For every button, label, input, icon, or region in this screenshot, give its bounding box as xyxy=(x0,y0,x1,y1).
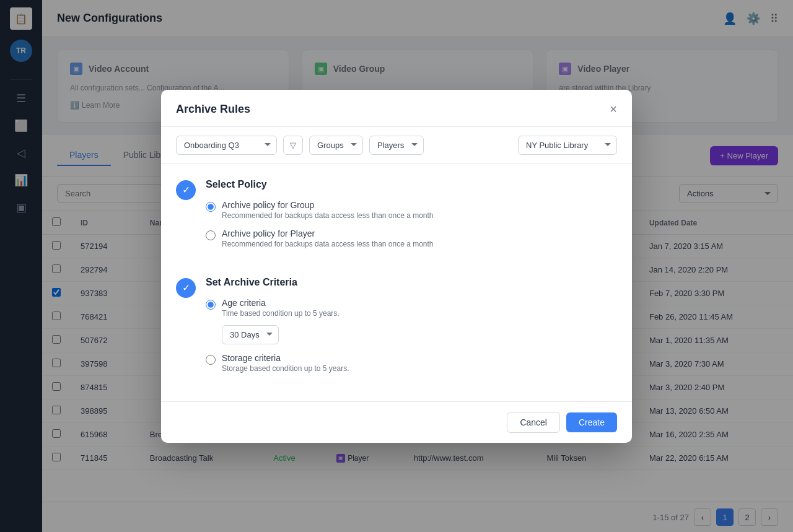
modal-close-button[interactable]: × xyxy=(610,102,617,116)
check-icon-2: ✓ xyxy=(182,282,190,294)
modal-footer: Cancel Create xyxy=(161,401,632,443)
radio-policy-player[interactable] xyxy=(206,230,216,240)
create-button[interactable]: Create xyxy=(566,412,617,432)
check-icon: ✓ xyxy=(182,184,190,196)
modal-groups-select[interactable]: Groups xyxy=(309,136,363,155)
step-1-content: Select Policy Archive policy for Group R… xyxy=(206,179,617,257)
radio-option-player: Archive policy for Player Recommended fo… xyxy=(206,229,617,248)
radio-criteria-storage-desc: Storage based condition up to 5 years. xyxy=(222,364,349,373)
modal-title: Archive Rules xyxy=(176,103,250,116)
radio-policy-player-desc: Recommended for backups data access less… xyxy=(222,240,434,248)
modal-toolbar: Onboarding Q3 ▽ Groups Players NY Public… xyxy=(161,127,632,164)
radio-policy-player-label: Archive policy for Player xyxy=(222,229,434,238)
cancel-button[interactable]: Cancel xyxy=(507,412,560,433)
radio-label-storage-content: Storage criteria Storage based condition… xyxy=(222,353,349,373)
age-dropdown-wrap: 30 Days 7 Days 14 Days 60 Days 90 Days 1… xyxy=(222,325,340,344)
filter-icon: ▽ xyxy=(290,141,296,150)
radio-criteria-age-desc: Time based condition up to 5 years. xyxy=(222,309,340,318)
radio-option-group: Archive policy for Group Recommended for… xyxy=(206,200,617,220)
modal-header: Archive Rules × xyxy=(161,90,632,127)
radio-option-storage: Storage criteria Storage based condition… xyxy=(206,353,617,373)
radio-policy-group[interactable] xyxy=(206,202,216,212)
step-2-content: Set Archive Criteria Age criteria Time b… xyxy=(206,277,617,382)
radio-criteria-age[interactable] xyxy=(206,300,216,310)
modal-players-select[interactable]: Players xyxy=(369,136,424,155)
step-1-title: Select Policy xyxy=(206,179,617,190)
modal-body: ✓ Select Policy Archive policy for Group… xyxy=(161,164,632,401)
radio-label-age-content: Age criteria Time based condition up to … xyxy=(222,298,340,344)
modal-overlay[interactable]: Archive Rules × Onboarding Q3 ▽ Groups P… xyxy=(0,0,793,532)
archive-rules-modal: Archive Rules × Onboarding Q3 ▽ Groups P… xyxy=(161,90,632,443)
step-2-indicator: ✓ xyxy=(176,278,196,298)
radio-option-age: Age criteria Time based condition up to … xyxy=(206,298,617,344)
step-2: ✓ Set Archive Criteria Age criteria Time… xyxy=(176,277,617,382)
age-dropdown[interactable]: 30 Days 7 Days 14 Days 60 Days 90 Days 1… xyxy=(222,325,279,344)
modal-library-select[interactable]: NY Public Library xyxy=(518,136,617,155)
radio-criteria-storage[interactable] xyxy=(206,355,216,365)
step-1: ✓ Select Policy Archive policy for Group… xyxy=(176,179,617,257)
modal-search-select[interactable]: Onboarding Q3 xyxy=(176,136,277,155)
modal-filter-button[interactable]: ▽ xyxy=(283,136,303,155)
radio-label-player-content: Archive policy for Player Recommended fo… xyxy=(222,229,434,248)
radio-label-group-content: Archive policy for Group Recommended for… xyxy=(222,200,434,220)
radio-policy-group-desc: Recommended for backups data access less… xyxy=(222,211,434,220)
radio-policy-group-label: Archive policy for Group xyxy=(222,200,434,210)
radio-criteria-age-label: Age criteria xyxy=(222,298,340,308)
step-2-title: Set Archive Criteria xyxy=(206,277,617,288)
step-1-indicator: ✓ xyxy=(176,180,196,200)
radio-criteria-storage-label: Storage criteria xyxy=(222,353,349,363)
modal-search-wrap: Onboarding Q3 xyxy=(176,136,277,155)
